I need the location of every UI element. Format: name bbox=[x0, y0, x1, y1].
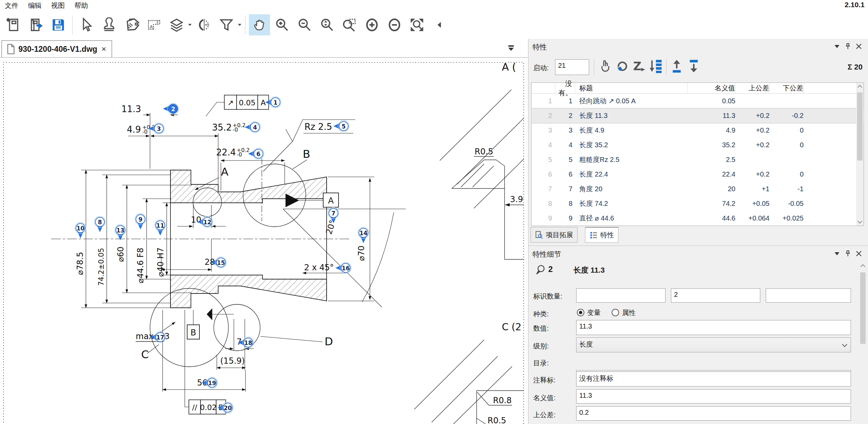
pointer-icon[interactable] bbox=[598, 59, 612, 75]
id-count-input-2[interactable]: 2 bbox=[671, 288, 760, 303]
increase-icon[interactable] bbox=[361, 14, 383, 35]
menu-item-3[interactable]: 帮助 bbox=[70, 0, 93, 11]
table-row[interactable]: 11径向跳动 ↗ 0.05 A0.05 bbox=[532, 94, 864, 108]
datum-label: B bbox=[187, 325, 199, 339]
radio-variable-label: 变量 bbox=[587, 309, 601, 316]
panel-pin-icon[interactable] bbox=[845, 250, 851, 257]
radio-attribute[interactable] bbox=[612, 309, 619, 316]
dimension-text: 10 bbox=[191, 215, 201, 225]
tag-icon[interactable] bbox=[121, 14, 142, 35]
nominal-input[interactable]: 11.3 bbox=[576, 389, 851, 404]
dropdown-arrow-icon[interactable] bbox=[238, 24, 242, 26]
save-icon[interactable] bbox=[48, 14, 69, 35]
table-row[interactable]: 77角度 2020+1-1 bbox=[532, 182, 864, 196]
zoom-dynamic-icon[interactable] bbox=[316, 14, 338, 35]
move-bottom-icon[interactable] bbox=[687, 59, 701, 75]
cell-c-up: +0.064 bbox=[735, 214, 769, 222]
svg-text:9: 9 bbox=[138, 216, 143, 223]
balloon-14[interactable]: 14 bbox=[358, 227, 369, 243]
zoom-window-icon[interactable] bbox=[339, 14, 360, 35]
balloon-icon bbox=[535, 264, 545, 275]
radio-variable[interactable] bbox=[577, 309, 584, 316]
selected-characteristic-title: 长度 11.3 bbox=[573, 265, 605, 275]
cell-c-lo: -0.05 bbox=[769, 200, 804, 208]
balloon-2[interactable]: 2 bbox=[163, 103, 179, 115]
select-cursor-icon[interactable] bbox=[76, 14, 97, 35]
svg-text:10: 10 bbox=[76, 225, 85, 232]
move-top-icon[interactable] bbox=[670, 59, 684, 75]
open-file-icon[interactable] bbox=[25, 14, 46, 35]
value-label: 数值: bbox=[533, 324, 549, 333]
svg-text:19: 19 bbox=[208, 380, 216, 387]
table-row[interactable]: 22长度 11.311.3+0.2-0.2 bbox=[532, 108, 864, 123]
balloon-6[interactable]: 6 bbox=[248, 148, 264, 160]
tab-overflow-icon[interactable] bbox=[507, 44, 515, 52]
panel-collapse-icon[interactable] bbox=[834, 252, 840, 256]
dimension-text: 11.3 bbox=[121, 104, 141, 114]
value-input[interactable]: 11.3 bbox=[576, 320, 851, 335]
balloon-4[interactable]: 4 bbox=[245, 122, 261, 133]
class-select[interactable]: 长度 bbox=[576, 337, 851, 352]
balloon-11[interactable]: 11 bbox=[155, 220, 166, 236]
sort-list-icon[interactable] bbox=[649, 59, 663, 75]
toolbar-separator bbox=[666, 59, 667, 74]
table-row[interactable]: 55粗糙度Rz 2.52.5 bbox=[532, 152, 864, 167]
drawing-canvas[interactable]: 11.34.9+0.2-035.2+0.2-022.4+0.2-0Rz 2.5A… bbox=[0, 57, 528, 424]
table-scrollbar[interactable] bbox=[856, 83, 864, 226]
panel-close-icon[interactable] bbox=[856, 251, 862, 257]
kind-radio-group: 变量 属性 bbox=[577, 308, 645, 317]
drawing-selection-frame bbox=[3, 62, 524, 424]
table-row[interactable]: 33长度 4.94.9+0.20 bbox=[532, 123, 864, 138]
characteristics-table[interactable]: 没有。 标题 名义值 上公差 下公差 11径向跳动 ↗ 0.05 A0.0522… bbox=[531, 82, 864, 226]
tab-close-icon[interactable]: × bbox=[101, 44, 107, 54]
menu-item-2[interactable]: 视图 bbox=[46, 0, 70, 11]
svg-text:15: 15 bbox=[217, 259, 225, 266]
balloon-8[interactable]: 8 bbox=[94, 216, 106, 232]
menu-item-0[interactable]: 文件 bbox=[0, 0, 23, 11]
z-order-icon[interactable]: Z bbox=[632, 59, 646, 75]
table-row[interactable]: 99直径 ⌀ 44.644.6+0.064+0.025 bbox=[532, 211, 864, 226]
dimension-text: D bbox=[325, 335, 333, 348]
collapse-icon[interactable] bbox=[429, 14, 450, 35]
menu-item-1[interactable]: 编辑 bbox=[23, 0, 46, 11]
start-input[interactable]: 21 bbox=[555, 59, 589, 75]
zoom-in-icon[interactable] bbox=[271, 14, 293, 35]
tab-characteristics[interactable]: 特性 bbox=[585, 227, 618, 243]
table-row[interactable]: 44长度 35.235.2+0.20 bbox=[532, 138, 864, 152]
new-file-icon[interactable] bbox=[3, 14, 24, 35]
panel-pin-icon[interactable] bbox=[845, 43, 851, 50]
capture-region-icon[interactable]: 1A bbox=[144, 14, 165, 35]
balloon-5[interactable]: 5 bbox=[333, 121, 349, 132]
svg-text:0.05: 0.05 bbox=[239, 99, 256, 107]
pan-hand-icon[interactable] bbox=[249, 14, 270, 35]
upper-tolerance-input[interactable]: 0.2 bbox=[576, 406, 851, 421]
panel-collapse-icon[interactable] bbox=[834, 44, 840, 48]
menu-bar: 文件编辑视图帮助2.10.1 bbox=[0, 0, 868, 10]
layers-icon[interactable] bbox=[166, 14, 187, 35]
table-header: 没有。 标题 名义值 上公差 下公差 bbox=[532, 83, 864, 94]
zoom-out-icon[interactable] bbox=[294, 14, 315, 35]
stamp-icon[interactable] bbox=[99, 14, 120, 35]
note-input[interactable]: 没有注释标 bbox=[576, 372, 851, 387]
panel-close-icon[interactable] bbox=[856, 43, 862, 49]
balloon-16[interactable]: 16 bbox=[335, 262, 351, 274]
cell-c-idx: 9 bbox=[532, 214, 555, 222]
id-count-input-1[interactable] bbox=[576, 288, 665, 303]
document-tab[interactable]: 930-1200-406-V1.dwg × bbox=[1, 40, 112, 57]
decrease-icon[interactable] bbox=[384, 14, 405, 35]
id-count-input-3[interactable] bbox=[766, 288, 851, 303]
svg-text:7: 7 bbox=[331, 210, 335, 217]
rotate-icon[interactable] bbox=[615, 59, 629, 75]
table-row[interactable]: 88长度 74.274.2+0.05-0.05 bbox=[532, 196, 864, 211]
balloon-13[interactable]: 13 bbox=[115, 225, 126, 241]
dropdown-arrow-icon[interactable] bbox=[188, 24, 193, 26]
mirror-icon[interactable] bbox=[193, 14, 214, 35]
balloon-10[interactable]: 10 bbox=[75, 223, 86, 239]
selected-balloon-number: 2 bbox=[548, 264, 553, 274]
details-scrollbar[interactable] bbox=[859, 262, 867, 424]
zoom-fit-icon[interactable] bbox=[406, 14, 428, 35]
table-row[interactable]: 66长度 22.422.4+0.20 bbox=[532, 167, 864, 182]
filter-icon[interactable] bbox=[216, 14, 237, 35]
balloon-9[interactable]: 9 bbox=[135, 214, 146, 230]
tab-project-expansion[interactable]: 项目拓展 bbox=[530, 227, 578, 243]
